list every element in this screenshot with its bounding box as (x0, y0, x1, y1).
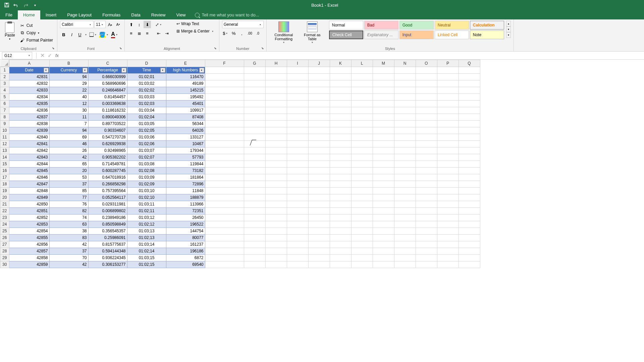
table-header[interactable]: high Numbers▾ (166, 67, 205, 73)
row-header[interactable]: 5 (0, 94, 9, 100)
name-box[interactable]: G12▾ (2, 52, 32, 59)
style-good[interactable]: Good (399, 21, 434, 29)
data-cell[interactable]: 0.594144348 (88, 248, 127, 254)
style-normal[interactable]: Normal (329, 21, 363, 29)
row-header[interactable]: 22 (0, 207, 9, 214)
data-cell[interactable]: 94 (49, 73, 88, 80)
data-cell[interactable]: 0.306153277 (88, 261, 127, 268)
style-check-cell[interactable]: Check Cell (329, 31, 363, 39)
data-cell[interactable]: 42853 (9, 221, 49, 228)
data-cell[interactable]: 42852 (9, 214, 49, 221)
row-header[interactable]: 24 (0, 221, 9, 228)
data-cell[interactable]: 179344 (166, 147, 205, 154)
column-header-P[interactable]: P (437, 60, 459, 67)
tab-page-layout[interactable]: Page Layout (62, 10, 97, 19)
filter-button[interactable]: ▾ (160, 68, 165, 73)
data-cell[interactable]: 0.905382202 (88, 154, 127, 161)
data-cell[interactable]: 42831 (9, 73, 49, 80)
data-cell[interactable]: 6872 (166, 254, 205, 261)
row-header[interactable]: 28 (0, 248, 9, 254)
row-header[interactable]: 18 (0, 181, 9, 187)
align-center-button[interactable]: ≣ (136, 29, 143, 37)
data-cell[interactable]: 69 (49, 134, 88, 140)
column-header-O[interactable]: O (416, 60, 437, 67)
data-cell[interactable]: 01:03;07 (127, 147, 166, 154)
data-cell[interactable]: 72896 (166, 181, 205, 187)
style-explanatory[interactable]: Explanatory ... (364, 31, 398, 39)
data-cell[interactable]: 0.118616232 (88, 107, 127, 114)
data-cell[interactable]: 0.81454457 (88, 94, 127, 100)
data-cell[interactable]: 7 (49, 120, 88, 127)
comma-format-button[interactable]: , (238, 29, 246, 37)
tab-file[interactable]: File (0, 10, 18, 19)
data-cell[interactable]: 37 (49, 248, 88, 254)
row-header[interactable]: 8 (0, 114, 9, 120)
data-cell[interactable]: 01:03;11 (127, 201, 166, 207)
data-cell[interactable]: 42837 (9, 114, 49, 120)
row-header[interactable]: 2 (0, 73, 9, 80)
data-cell[interactable]: 0.006899802 (88, 207, 127, 214)
data-cell[interactable]: 01:03;09 (127, 174, 166, 181)
data-cell[interactable]: 72351 (166, 207, 205, 214)
data-cell[interactable]: 0.626929938 (88, 140, 127, 147)
number-format-select[interactable]: General▾ (222, 21, 264, 28)
data-cell[interactable]: 195492 (166, 94, 205, 100)
decrease-decimal-button[interactable]: .0 (254, 29, 262, 37)
data-cell[interactable]: 133127 (166, 134, 205, 140)
align-right-button[interactable]: ≡ (144, 29, 151, 37)
data-cell[interactable]: 73182 (166, 167, 205, 174)
data-cell[interactable]: 0.600287745 (88, 167, 127, 174)
table-header[interactable]: Time▾ (127, 67, 166, 73)
row-header[interactable]: 15 (0, 161, 9, 167)
style-linked-cell[interactable]: Linked Cell (435, 31, 469, 39)
data-cell[interactable]: 01:02;14 (127, 248, 166, 254)
data-cell[interactable]: 01:03;13 (127, 228, 166, 234)
row-header[interactable]: 27 (0, 241, 9, 248)
font-size-select[interactable]: 11▾ (94, 21, 106, 28)
data-cell[interactable]: 10467 (166, 140, 205, 147)
tab-home[interactable]: Home (18, 10, 40, 19)
data-cell[interactable]: 12 (49, 100, 88, 107)
data-cell[interactable]: 70 (49, 254, 88, 261)
table-header[interactable]: Percentage▾ (88, 67, 127, 73)
data-cell[interactable]: 01:02;13 (127, 234, 166, 241)
column-header-Q[interactable]: Q (459, 60, 480, 67)
style-note[interactable]: Note (470, 31, 504, 39)
column-header-L[interactable]: L (351, 60, 373, 67)
data-cell[interactable]: 42836 (9, 107, 49, 114)
font-color-button[interactable]: A▾ (110, 31, 120, 38)
row-header[interactable]: 3 (0, 80, 9, 87)
wrap-text-button[interactable]: ↩Wrap Text (174, 21, 216, 27)
data-cell[interactable]: 42833 (9, 87, 49, 94)
data-cell[interactable]: 01:03;14 (127, 241, 166, 248)
row-header[interactable]: 14 (0, 154, 9, 161)
data-cell[interactable]: 42 (49, 154, 88, 161)
data-cell[interactable]: 42840 (9, 134, 49, 140)
data-cell[interactable]: 42842 (9, 147, 49, 154)
column-header-H[interactable]: H (265, 60, 287, 67)
data-cell[interactable]: 42845 (9, 167, 49, 174)
data-cell[interactable]: 0.547270728 (88, 134, 127, 140)
decrease-indent-button[interactable]: ⇤ (155, 29, 162, 37)
data-cell[interactable]: 0.266858298 (88, 181, 127, 187)
data-cell[interactable]: 42 (49, 241, 88, 248)
data-cell[interactable]: 74 (49, 214, 88, 221)
filter-button[interactable]: ▾ (121, 68, 126, 73)
increase-font-button[interactable]: A▴ (106, 21, 114, 28)
data-cell[interactable]: 01:03;02 (127, 80, 166, 87)
data-cell[interactable]: 01:02;01 (127, 73, 166, 80)
column-header-B[interactable]: B (49, 60, 88, 67)
data-cell[interactable]: 46 (49, 140, 88, 147)
tab-review[interactable]: Review (146, 10, 171, 19)
data-cell[interactable]: 0.246646847 (88, 87, 127, 94)
decrease-font-button[interactable]: A▾ (114, 21, 122, 28)
row-header[interactable]: 7 (0, 107, 9, 114)
orientation-button[interactable]: ⤢▾ (155, 21, 162, 28)
increase-indent-button[interactable]: ⇥ (163, 29, 170, 37)
undo-button[interactable] (12, 1, 20, 9)
data-cell[interactable]: 42857 (9, 248, 49, 254)
data-cell[interactable]: 0.003369638 (88, 100, 127, 107)
data-cell[interactable]: 119844 (166, 161, 205, 167)
filter-button[interactable]: ▾ (199, 68, 204, 73)
underline-button[interactable]: U (76, 31, 84, 38)
